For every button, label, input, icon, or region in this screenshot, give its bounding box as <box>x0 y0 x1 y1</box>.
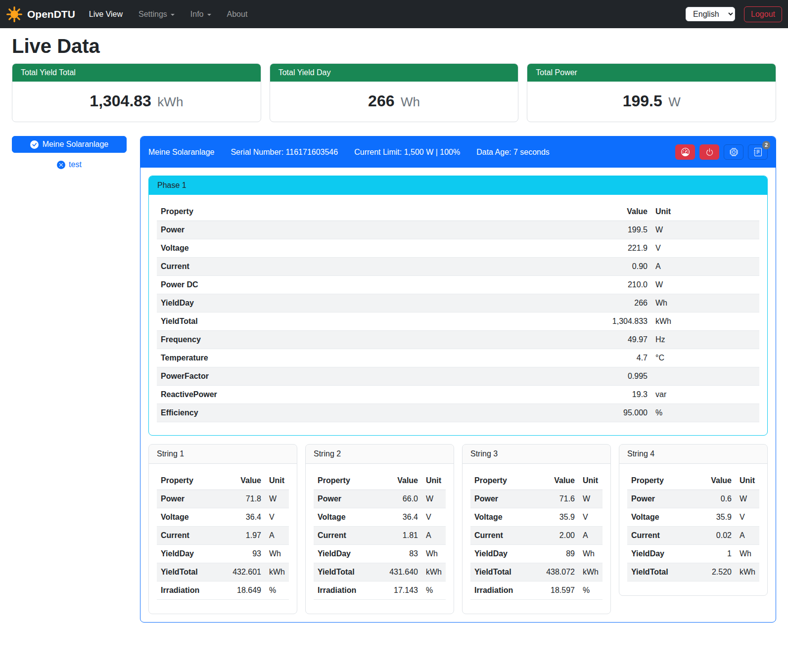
row-property: Temperature <box>157 349 572 367</box>
summary-value: 1,304.83 <box>90 92 151 110</box>
row-value: 1,304.833 <box>572 313 651 331</box>
nav-about[interactable]: About <box>219 6 256 23</box>
string-table-rows: Power 71.8 W Voltage 36.4 V Current 1.97… <box>157 490 289 600</box>
row-value: 2.520 <box>700 563 736 582</box>
table-row: YieldDay 89 Wh <box>470 545 603 563</box>
row-value: 199.5 <box>572 221 651 239</box>
row-property: YieldDay <box>470 545 542 563</box>
table-row: Current 2.00 A <box>470 527 603 545</box>
caret-down-icon <box>207 14 211 16</box>
language-select[interactable]: English <box>686 7 735 21</box>
summary-cards: Total Yield Total 1,304.83 kWh Total Yie… <box>12 63 776 122</box>
row-value: 0.02 <box>700 527 736 545</box>
sun-icon <box>6 6 23 23</box>
row-value: 36.4 <box>385 508 422 527</box>
content-row: Meine Solaranlage test Meine Solaranlage… <box>12 136 776 623</box>
x-circle-icon <box>57 161 65 169</box>
row-unit: V <box>265 508 289 527</box>
string-table: Property Value Unit Power 71.8 W Voltage… <box>157 472 289 600</box>
row-value: 36.4 <box>229 508 265 527</box>
row-value: 1 <box>700 545 736 563</box>
row-value: 221.9 <box>572 239 651 258</box>
table-row: YieldDay 93 Wh <box>157 545 289 563</box>
row-unit: V <box>579 508 603 527</box>
row-value: 0.6 <box>700 490 736 508</box>
column-header-value: Value <box>229 472 265 490</box>
phase-table: Property Value Unit Power 199.5 W Voltag… <box>157 203 759 422</box>
inverter-select-label: Meine Solaranlage <box>43 140 108 149</box>
string-card-2: String 2 Property Value Unit <box>305 444 454 614</box>
summary-card-total-power: Total Power 199.5 W <box>527 63 776 122</box>
row-value: 71.6 <box>542 490 579 508</box>
string-table: Property Value Unit Power 0.6 W Voltage … <box>627 472 759 582</box>
table-header-row: Property Value Unit <box>314 472 446 490</box>
row-property: Voltage <box>627 508 700 527</box>
device-info-button[interactable] <box>724 144 743 160</box>
row-property: Frequency <box>157 331 572 349</box>
nav-info[interactable]: Info <box>183 6 219 23</box>
row-value: 2.00 <box>542 527 579 545</box>
row-value: 89 <box>542 545 579 563</box>
row-property: Efficiency <box>157 404 572 422</box>
table-row: YieldTotal 1,304.833 kWh <box>157 313 759 331</box>
brand[interactable]: OpenDTU <box>6 6 75 23</box>
inverter-select-button[interactable]: Meine Solaranlage <box>12 136 127 153</box>
table-row: ReactivePower 19.3 var <box>157 386 759 404</box>
table-row: Irradiation 18.597 % <box>470 582 603 600</box>
row-property: Current <box>470 527 542 545</box>
nav-live-view[interactable]: Live View <box>81 6 131 23</box>
event-log-button[interactable]: 2 <box>748 144 768 160</box>
string-table-rows: Power 71.6 W Voltage 35.9 V Current 2.00… <box>470 490 603 600</box>
nav-settings[interactable]: Settings <box>131 6 183 23</box>
test-inverter-label: test <box>69 160 82 169</box>
row-value: 0.995 <box>572 367 651 386</box>
row-unit: % <box>265 582 289 600</box>
string-table-rows: Power 0.6 W Voltage 35.9 V Current 0.02 … <box>627 490 759 582</box>
column-header-property: Property <box>157 472 229 490</box>
summary-card-total-yield-day: Total Yield Day 266 Wh <box>270 63 519 122</box>
row-property: Voltage <box>157 508 229 527</box>
journal-icon <box>754 148 762 156</box>
row-value: 18.597 <box>542 582 579 600</box>
inverter-data-age: Data Age: 7 seconds <box>476 148 550 157</box>
cpu-icon <box>730 148 738 156</box>
column-header-unit: Unit <box>422 472 446 490</box>
row-unit: kWh <box>422 563 446 582</box>
row-property: Power <box>314 490 385 508</box>
table-row: Power 71.6 W <box>470 490 603 508</box>
table-header-row: Property Value Unit <box>157 472 289 490</box>
row-unit: W <box>422 490 446 508</box>
column-header-unit: Unit <box>579 472 603 490</box>
row-property: YieldTotal <box>157 563 229 582</box>
nav-right: English Logout <box>686 6 782 22</box>
phase-table-rows: Power 199.5 W Voltage 221.9 V Current 0.… <box>157 221 759 422</box>
table-row: Efficiency 95.000 % <box>157 404 759 422</box>
row-value: 83 <box>385 545 422 563</box>
brand-title: OpenDTU <box>27 8 75 20</box>
row-value: 35.9 <box>542 508 579 527</box>
table-row: Irradiation 18.649 % <box>157 582 289 600</box>
row-value: 1.97 <box>229 527 265 545</box>
row-value: 66.0 <box>385 490 422 508</box>
table-row: YieldTotal 2.520 kWh <box>627 563 759 582</box>
table-row: Voltage 35.9 V <box>470 508 603 527</box>
power-button[interactable] <box>699 144 719 160</box>
row-unit: A <box>422 527 446 545</box>
row-unit: kWh <box>265 563 289 582</box>
table-row: Current 1.81 A <box>314 527 446 545</box>
row-unit: kWh <box>736 563 759 582</box>
table-header-row: Property Value Unit <box>627 472 759 490</box>
column-header-property: Property <box>314 472 385 490</box>
logout-button[interactable]: Logout <box>744 6 782 22</box>
page-container: Live Data Total Yield Total 1,304.83 kWh… <box>0 35 788 642</box>
row-property: YieldDay <box>157 545 229 563</box>
summary-unit: kWh <box>157 94 183 109</box>
row-property: Current <box>157 527 229 545</box>
string-card-title: String 3 <box>463 445 610 464</box>
power-icon <box>705 148 714 156</box>
inverter-panel-header: Meine Solaranlage Serial Number: 1161716… <box>140 136 776 168</box>
test-inverter-item[interactable]: test <box>12 160 127 169</box>
row-value: 266 <box>572 294 651 313</box>
limit-settings-button[interactable] <box>675 144 695 160</box>
row-value: 93 <box>229 545 265 563</box>
